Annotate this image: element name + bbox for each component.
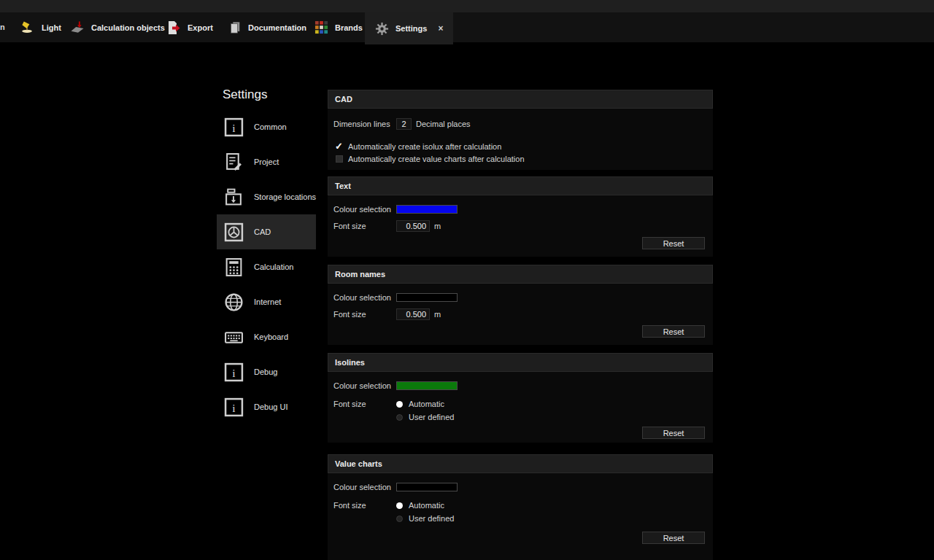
section-title: Text: [335, 182, 351, 190]
svg-text:i: i: [232, 401, 236, 413]
tab-export[interactable]: Export: [162, 12, 217, 42]
reset-button[interactable]: Reset: [642, 532, 705, 544]
section-isolines-header: Isolines: [328, 353, 713, 372]
info-icon: i: [224, 117, 244, 137]
section-title: Room names: [335, 270, 385, 279]
radio-label: Automatic: [409, 400, 444, 408]
sidebar-item-label: Storage locations: [254, 192, 316, 201]
colour-selection-label: Colour selection: [333, 205, 396, 214]
tab-label: Calculation objects: [91, 23, 165, 32]
sidebar-item-debug[interactable]: i Debug: [217, 354, 316, 389]
radio-user-defined[interactable]: User defined: [396, 413, 454, 421]
sidebar-item-label: CAD: [254, 228, 271, 236]
svg-text:i: i: [232, 121, 236, 133]
tab-calculation-objects[interactable]: Calculation objects: [66, 12, 169, 42]
info-icon: i: [224, 362, 244, 382]
section-title: Value charts: [335, 459, 382, 468]
sidebar-item-storage-locations[interactable]: Storage locations: [217, 179, 316, 214]
project-icon: [224, 152, 244, 172]
lamp-icon: [20, 20, 35, 34]
dimension-lines-label: Dimension lines: [333, 120, 396, 128]
font-size-label: Font size: [333, 222, 396, 230]
globe-icon: [224, 292, 244, 312]
radio-off-icon: [396, 516, 403, 522]
sidebar-item-label: Keyboard: [254, 332, 288, 341]
decimal-places-input[interactable]: 2: [396, 118, 412, 130]
sidebar-item-label: Internet: [254, 298, 281, 306]
settings-sidebar: Settings i Common Project Storage locati…: [217, 88, 316, 424]
svg-text:i: i: [232, 366, 236, 378]
tab-documentation[interactable]: Documentation: [224, 12, 311, 42]
checkbox-auto-isolux[interactable]: ✓ Automatically create isolux after calc…: [335, 142, 713, 151]
checkmark-icon: ✓: [335, 142, 344, 151]
radio-automatic[interactable]: Automatic: [396, 501, 454, 510]
colour-swatch[interactable]: [396, 205, 458, 214]
section-text: Text Colour selection Font size 0.500 m …: [328, 176, 713, 257]
storage-icon: [224, 187, 244, 207]
font-size-label: Font size: [333, 310, 396, 319]
sidebar-item-internet[interactable]: Internet: [217, 284, 316, 319]
section-room-names: Room names Colour selection Font size 0.…: [328, 265, 713, 345]
radio-automatic[interactable]: Automatic: [396, 400, 454, 408]
reset-button[interactable]: Reset: [642, 427, 705, 439]
colour-selection-label: Colour selection: [333, 483, 396, 491]
reset-button[interactable]: Reset: [642, 237, 705, 249]
colour-swatch[interactable]: [396, 293, 458, 302]
brands-icon: [314, 20, 328, 34]
font-size-unit: m: [434, 310, 441, 319]
colour-swatch[interactable]: [396, 381, 458, 390]
export-icon: [166, 20, 181, 35]
sidebar-item-label: Debug UI: [254, 402, 287, 411]
sidebar-item-keyboard[interactable]: Keyboard: [217, 319, 316, 354]
settings-content: CAD Dimension lines 2 Decimal places ✓ A…: [328, 0, 713, 560]
radio-on-icon: [396, 401, 403, 408]
colour-selection-label: Colour selection: [333, 381, 396, 390]
section-cad: CAD Dimension lines 2 Decimal places ✓ A…: [328, 90, 713, 170]
tab-cutoff-fragment[interactable]: n: [0, 23, 5, 31]
font-size-unit: m: [434, 222, 441, 230]
cad-icon: [224, 222, 244, 242]
font-size-label: Font size: [333, 501, 396, 510]
tab-label: Documentation: [248, 23, 306, 32]
sidebar-item-debug-ui[interactable]: i Debug UI: [217, 389, 316, 424]
sidebar-item-label: Debug: [254, 368, 277, 376]
colour-swatch[interactable]: [396, 483, 458, 491]
radio-on-icon: [396, 502, 403, 509]
decimal-places-label: Decimal places: [416, 120, 471, 128]
sidebar-item-label: Common: [254, 122, 287, 131]
sidebar-item-label: Project: [254, 158, 279, 166]
sidebar-item-cad[interactable]: CAD: [217, 214, 316, 249]
checkbox-empty-icon: [336, 155, 343, 163]
font-size-label: Font size: [333, 400, 396, 408]
checkbox-auto-value-charts[interactable]: Automatically create value charts after …: [335, 155, 713, 163]
sidebar-item-calculation[interactable]: Calculation: [217, 249, 316, 284]
font-size-input[interactable]: 0.500: [396, 220, 430, 232]
sidebar-item-label: Calculation: [254, 262, 293, 271]
info-icon: i: [224, 397, 244, 417]
documentation-icon: [228, 20, 242, 35]
calculator-icon: [224, 257, 244, 277]
calculation-objects-icon: [70, 20, 85, 34]
section-title: CAD: [335, 95, 352, 104]
checkbox-label: Automatically create isolux after calcul…: [348, 142, 501, 151]
tab-label: Export: [188, 23, 213, 32]
sidebar-item-project[interactable]: Project: [217, 144, 316, 179]
radio-label: User defined: [409, 413, 454, 421]
sidebar-title: Settings: [217, 88, 316, 102]
radio-label: Automatic: [409, 501, 444, 510]
section-room-names-header: Room names: [328, 265, 713, 284]
tab-light[interactable]: Light: [16, 12, 66, 42]
radio-label: User defined: [409, 514, 454, 523]
radio-user-defined[interactable]: User defined: [396, 514, 454, 523]
sidebar-item-common[interactable]: i Common: [217, 109, 316, 144]
section-title: Isolines: [335, 358, 365, 367]
section-value-charts: Value charts Colour selection Font size …: [328, 454, 713, 560]
keyboard-icon: [224, 327, 244, 347]
colour-selection-label: Colour selection: [333, 293, 396, 302]
section-text-header: Text: [328, 176, 713, 195]
checkbox-label: Automatically create value charts after …: [348, 155, 525, 163]
reset-button[interactable]: Reset: [642, 325, 705, 338]
radio-off-icon: [396, 414, 403, 421]
font-size-input[interactable]: 0.500: [396, 308, 430, 320]
section-value-charts-header: Value charts: [328, 454, 713, 473]
